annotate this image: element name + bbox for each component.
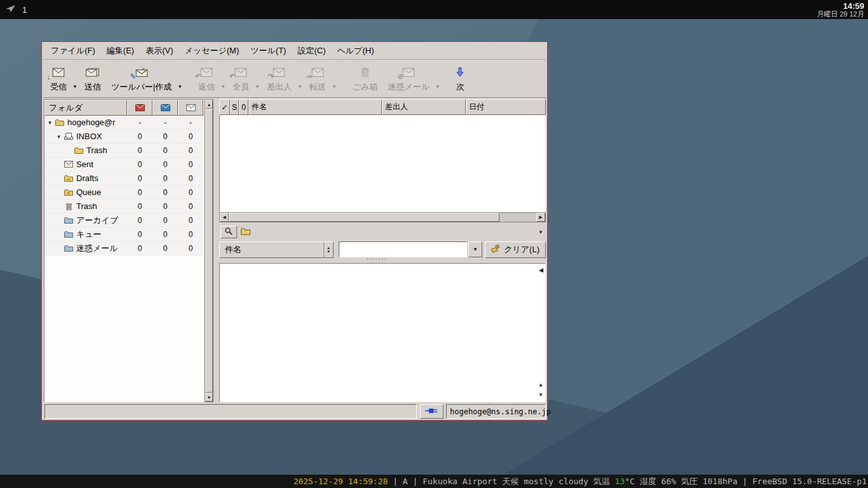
- pencil-overlay-icon: ✎: [130, 72, 136, 81]
- folder-row-drafts[interactable]: Drafts 0 0 0: [44, 172, 203, 186]
- folder-row-queue2[interactable]: キュー 0 0 0: [44, 227, 203, 241]
- menu-settings[interactable]: 設定(C): [292, 43, 331, 59]
- from-column-header[interactable]: 差出人: [382, 99, 466, 115]
- folder-row-junk[interactable]: 迷惑メール 0 0 0: [44, 241, 203, 255]
- folder-row-sent[interactable]: Sent 0 0 0: [44, 158, 203, 172]
- workspace-indicator[interactable]: 1: [22, 5, 27, 15]
- view-scroll-up-icon[interactable]: ▲: [538, 382, 543, 388]
- drafts-icon: [63, 175, 74, 182]
- folder-column-header[interactable]: フォルダ: [44, 100, 127, 116]
- count-total: 0: [178, 146, 203, 155]
- next-button[interactable]: 次: [451, 62, 470, 95]
- forward-overlay-icon: ⇒: [306, 72, 312, 81]
- search-folder-icon[interactable]: [241, 227, 250, 237]
- toolbar: ↓ 受信 ▼ 送信 ✎ ツールバー|作成 ▼: [43, 60, 546, 98]
- message-view[interactable]: ◀ ▲ ▼: [219, 263, 546, 402]
- active-account-field[interactable]: hogehoge@ns.sing.ne.jp: [446, 404, 546, 419]
- menu-help[interactable]: ヘルプ(H): [332, 43, 380, 59]
- reply-button[interactable]: ↶ 返信: [193, 62, 220, 95]
- folder-scrollbar[interactable]: ▲ ▼: [205, 99, 214, 402]
- folder-row-inbox[interactable]: ▾ INBOX 0 0 0: [44, 130, 203, 144]
- connection-button[interactable]: [420, 404, 444, 419]
- plug-icon: [425, 407, 439, 416]
- folder-row-inbox-trash[interactable]: Trash 0 0 0: [44, 144, 203, 158]
- scroll-up-icon[interactable]: ▲: [205, 100, 213, 109]
- folder-row-account[interactable]: ▾ hogehoge@r - - -: [44, 116, 203, 130]
- forward-button[interactable]: ⇒ 転送: [304, 62, 331, 95]
- count-total: -: [178, 118, 203, 127]
- search-history-dropdown[interactable]: ▼: [468, 241, 482, 257]
- folder-name: INBOX: [74, 132, 127, 141]
- receive-button[interactable]: ↓ 受信: [45, 62, 72, 95]
- scroll-left-icon[interactable]: ◀: [220, 213, 229, 222]
- scrollbar-thumb[interactable]: [229, 213, 499, 222]
- folder-pane: フォルダ ▾ hogehoge@r - - - ▾: [44, 99, 204, 402]
- attachment-column-header[interactable]: 0: [239, 99, 248, 115]
- reply-dropdown-arrow[interactable]: ▼: [220, 84, 227, 95]
- expander-icon[interactable]: ▾: [55, 133, 63, 140]
- clear-button[interactable]: クリア(L): [485, 241, 546, 258]
- mark-column-header[interactable]: ✓: [219, 99, 230, 115]
- reply-all-overlay-icon: ↶: [229, 72, 235, 81]
- expander-icon[interactable]: ▾: [46, 119, 54, 126]
- menu-view[interactable]: 表示(V): [140, 43, 179, 59]
- reply-sender-dropdown-arrow[interactable]: ▼: [297, 84, 304, 95]
- compose-dropdown-arrow[interactable]: ▼: [177, 84, 184, 95]
- reply-all-button[interactable]: ↶ 全員: [227, 62, 254, 95]
- date-column-header[interactable]: 日付: [466, 99, 546, 115]
- search-collapse-arrow[interactable]: ▼: [538, 229, 543, 235]
- trash-button[interactable]: ごみ箱: [348, 62, 383, 95]
- col-total-icon[interactable]: [178, 100, 203, 116]
- folder-name: Sent: [74, 159, 127, 169]
- clock-time: 14:59: [817, 2, 864, 10]
- search-button[interactable]: [220, 226, 237, 238]
- scroll-down-icon[interactable]: ▼: [205, 393, 213, 402]
- count-total: 0: [178, 202, 203, 211]
- scrollbar-thumb[interactable]: [205, 109, 213, 393]
- spinner-icons[interactable]: ▲ ▼: [323, 242, 333, 257]
- menu-edit[interactable]: 編集(E): [101, 43, 140, 59]
- folder-row-queue[interactable]: Queue 0 0 0: [44, 186, 203, 200]
- status-message-field: [44, 404, 417, 419]
- reply-sender-button[interactable]: ↷ 差出人: [262, 62, 297, 95]
- search-field-select[interactable]: 件名 ▲ ▼: [219, 241, 334, 258]
- col-new-icon[interactable]: [127, 100, 153, 116]
- message-list-hscrollbar[interactable]: ◀ ▶: [219, 212, 546, 222]
- spin-down-icon[interactable]: ▼: [327, 250, 330, 254]
- count-new: 0: [127, 146, 153, 155]
- reply-all-dropdown-arrow[interactable]: ▼: [254, 84, 262, 95]
- taskbar-datetime: 2025-12-29 14:59:28: [294, 477, 388, 486]
- collapse-pane-icon[interactable]: ◀: [539, 267, 543, 273]
- sender-overlay-icon: ↷: [268, 72, 273, 81]
- count-total: 0: [178, 216, 203, 225]
- scroll-right-icon[interactable]: ▶: [536, 213, 545, 222]
- menu-message[interactable]: メッセージ(M): [179, 43, 245, 59]
- junk-button[interactable]: ⊘ 迷惑メール: [383, 62, 435, 95]
- folder-row-archive[interactable]: アーカイブ 0 0 0: [44, 214, 203, 227]
- menu-file[interactable]: ファイル(F): [45, 43, 101, 59]
- clock-date: 月曜日 29 12月: [817, 10, 864, 18]
- status-taskbar: 2025-12-29 14:59:28 | A | Fukuoka Airpor…: [0, 475, 868, 488]
- col-unread-icon[interactable]: [153, 100, 178, 116]
- count-unread: 0: [153, 216, 178, 225]
- send-icon: [86, 66, 100, 78]
- folder-row-trash[interactable]: Trash 0 0 0: [44, 200, 203, 214]
- pane-resize-grip[interactable]: ·······: [366, 255, 387, 262]
- view-scroll-down-icon[interactable]: ▼: [538, 392, 543, 398]
- count-total: 0: [178, 230, 203, 239]
- forward-dropdown-arrow[interactable]: ▼: [331, 84, 339, 95]
- search-input[interactable]: [339, 241, 467, 257]
- junk-dropdown-arrow[interactable]: ▼: [435, 84, 442, 95]
- search-icon: [224, 227, 233, 238]
- folder-name: Trash: [74, 201, 127, 211]
- count-unread: 0: [153, 202, 178, 211]
- taskbar-system-info: °C 湿度 66% 気圧 1018hPa | FreeBSD 15.0-RELE…: [625, 476, 867, 487]
- status-column-header[interactable]: S: [230, 99, 239, 115]
- scrollbar-trough[interactable]: [229, 213, 536, 222]
- receive-dropdown-arrow[interactable]: ▼: [72, 84, 79, 95]
- message-list[interactable]: [219, 115, 546, 212]
- menu-tools[interactable]: ツール(T): [245, 43, 292, 59]
- subject-column-header[interactable]: 件名: [248, 99, 382, 115]
- send-button[interactable]: 送信: [79, 62, 106, 95]
- compose-button[interactable]: ✎ ツールバー|作成: [106, 62, 177, 95]
